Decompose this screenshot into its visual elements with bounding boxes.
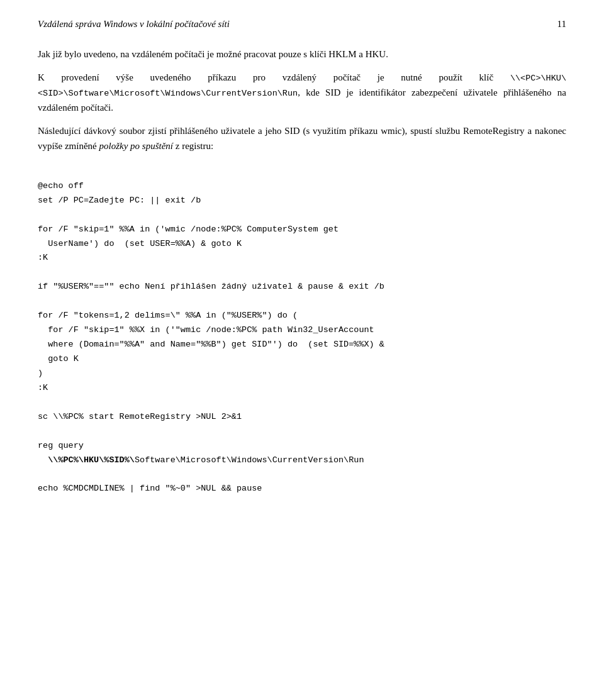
code-line-12: :K <box>38 383 48 392</box>
code-block: @echo off set /P PC=Zadejte PC: || exit … <box>38 165 566 497</box>
paragraph-1: Jak již bylo uvedeno, na vzdáleném počít… <box>38 47 566 62</box>
code-line-1: @echo off <box>38 181 84 191</box>
code-line-blank-5 <box>38 426 43 436</box>
paragraph-3: Následující dávkový soubor zjistí přihlá… <box>38 124 566 153</box>
page-number: 11 <box>557 19 566 30</box>
code-line-2: set /P PC=Zadejte PC: || exit /b <box>38 196 201 205</box>
page-header: Vzdálená správa Windows v lokální počíta… <box>38 19 566 30</box>
code-line-13: sc \\%PC% start RemoteRegistry >NUL 2>&1 <box>38 412 242 421</box>
code-line-4: UserName') do (set USER=%%A) & goto K <box>38 239 242 248</box>
code-line-14: reg query <box>38 441 84 450</box>
page-header-title: Vzdálená správa Windows v lokální počíta… <box>38 19 230 30</box>
code-line-9: where (Domain="%%A" and Name="%%B") get … <box>38 340 384 349</box>
italic-phrase: položky po spuštění <box>99 141 173 151</box>
code-line-5: :K <box>38 253 48 262</box>
code-line-blank-2 <box>38 267 43 277</box>
code-line-10: goto K <box>38 354 79 364</box>
bold-registry-path: \\%PC%\HKU\%SID%\ <box>48 455 135 465</box>
code-line-3: for /F "skip=1" %%A in ('wmic /node:%PC%… <box>38 225 338 234</box>
code-line-15: \\%PC%\HKU\%SID%\Software\Microsoft\Wind… <box>38 455 364 465</box>
code-line-blank-4 <box>38 397 43 407</box>
code-line-16: echo %CMDCMDLINE% | find "%~0" >NUL && p… <box>38 484 262 493</box>
code-line-6: if "%USER%"=="" echo Není přihlášen žádn… <box>38 282 384 291</box>
paragraph-2: K provedení výše uvedeného příkazu pro v… <box>38 70 566 115</box>
code-line-11: ) <box>38 369 43 378</box>
code-line-8: for /F "skip=1" %%X in ('"wmic /node:%PC… <box>38 325 374 335</box>
body-content: Jak již bylo uvedeno, na vzdáleném počít… <box>38 47 566 153</box>
code-line-blank-6 <box>38 470 43 479</box>
code-line-blank-1 <box>38 210 43 219</box>
code-line-blank-3 <box>38 296 43 306</box>
code-line-7: for /F "tokens=1,2 delims=\" %%A in ("%U… <box>38 311 298 320</box>
registry-path: \\<PC>\HKU\<SID>\Software\Microsoft\Wind… <box>38 74 566 98</box>
